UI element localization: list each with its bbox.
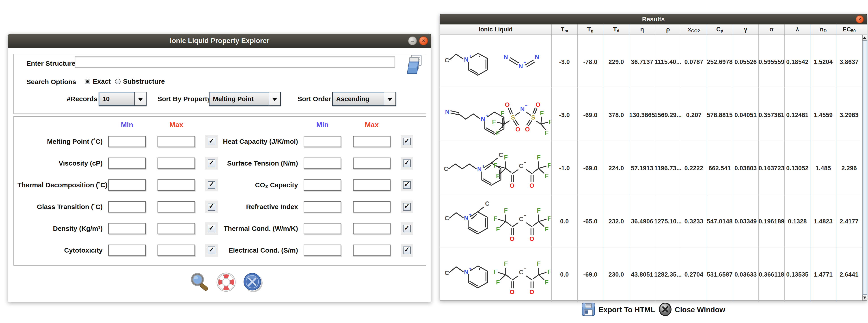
column-header[interactable]: Cp	[707, 25, 733, 34]
column-header[interactable]: ρ	[655, 25, 681, 34]
max-input[interactable]	[157, 244, 195, 256]
value-cell[interactable]: 0.595559	[759, 35, 785, 89]
value-cell[interactable]: 662.541	[707, 141, 733, 196]
value-cell[interactable]: 1196.73...	[655, 141, 681, 196]
value-cell[interactable]: 0.03633	[733, 247, 759, 302]
vertical-scrollbar[interactable]	[862, 34, 867, 300]
min-input[interactable]	[304, 136, 341, 147]
column-header[interactable]: EC50	[836, 25, 862, 34]
scrollbar-thumb[interactable]	[862, 40, 867, 295]
value-cell[interactable]: 0.0	[552, 194, 578, 249]
value-cell[interactable]: 36.4906	[629, 194, 655, 249]
value-cell[interactable]: 0.366118	[759, 247, 785, 302]
max-input[interactable]	[157, 136, 195, 147]
value-cell[interactable]: 0.357381	[759, 88, 785, 142]
min-input[interactable]	[108, 201, 146, 212]
max-input[interactable]	[157, 223, 195, 234]
column-header[interactable]: Td	[603, 25, 629, 34]
value-cell[interactable]: 43.8051	[629, 247, 655, 302]
value-cell[interactable]: -1.0	[552, 141, 578, 196]
structure-input[interactable]	[74, 56, 395, 68]
max-input[interactable]	[353, 201, 391, 212]
value-cell[interactable]: 224.0	[603, 141, 629, 196]
column-header[interactable]: xCO2	[681, 25, 707, 34]
search-icon[interactable]	[189, 272, 210, 293]
value-cell[interactable]: 0.196189	[759, 194, 785, 249]
value-cell[interactable]: 252.6978	[707, 35, 733, 89]
min-input[interactable]	[108, 136, 146, 147]
value-cell[interactable]: 0.05526	[733, 35, 759, 89]
scroll-up-icon[interactable]	[862, 34, 867, 40]
min-input[interactable]	[108, 244, 146, 256]
value-cell[interactable]: -3.0	[552, 35, 578, 89]
value-cell[interactable]: 1282.35...	[655, 247, 681, 302]
value-cell[interactable]: 0.2704	[681, 247, 707, 302]
value-cell[interactable]: 2.296	[836, 141, 862, 196]
structure-ethylmethylpyridinium-bis-trifluoroacetyl-methanide[interactable]	[440, 194, 552, 249]
value-cell[interactable]: 230.0	[603, 247, 629, 302]
value-cell[interactable]: 3.8637	[836, 35, 862, 89]
column-header[interactable]: γ	[733, 25, 759, 34]
value-cell[interactable]: 1569.29...	[655, 88, 681, 142]
value-cell[interactable]: -3.0	[552, 88, 578, 142]
value-cell[interactable]: -69.0	[578, 88, 603, 142]
value-cell[interactable]: -69.0	[578, 141, 603, 196]
value-cell[interactable]: 0.0787	[681, 35, 707, 89]
structure-ethylpyridinium-bis-trifluoroacetyl-methanide[interactable]	[440, 247, 552, 302]
value-cell[interactable]: 0.163723	[759, 141, 785, 196]
results-table-row[interactable]: 0.0-65.0232.036.49061275.10...0.3233547.…	[440, 194, 867, 247]
column-header[interactable]: σ	[759, 25, 785, 34]
value-cell[interactable]: 0.1328	[785, 194, 811, 249]
minimize-icon[interactable]: –	[408, 36, 417, 45]
value-cell[interactable]: 3.2983	[836, 88, 862, 142]
value-cell[interactable]: 130.3865	[629, 88, 655, 142]
min-input[interactable]	[108, 157, 146, 169]
value-cell[interactable]: 0.13052	[785, 141, 811, 196]
column-header-ionic-liquid[interactable]: Ionic Liquid	[440, 25, 552, 34]
min-input[interactable]	[304, 244, 341, 256]
property-checkbox[interactable]: ✓	[401, 135, 413, 148]
property-checkbox[interactable]: ✓	[401, 157, 413, 170]
property-checkbox[interactable]: ✓	[401, 201, 413, 213]
min-input[interactable]	[304, 179, 341, 190]
max-input[interactable]	[353, 179, 391, 190]
value-cell[interactable]: 378.0	[603, 88, 629, 142]
value-cell[interactable]: 0.04051	[733, 88, 759, 142]
sort-by-dropdown[interactable]: Melting Point	[209, 92, 281, 106]
min-input[interactable]	[304, 223, 341, 234]
records-dropdown[interactable]: 10	[99, 92, 147, 106]
chevron-down-icon[interactable]	[269, 92, 280, 106]
value-cell[interactable]: -65.0	[578, 194, 603, 249]
explorer-titlebar[interactable]: Ionic Liquid Property Explorer – ×	[8, 34, 431, 48]
structure-cyanopropylpyridinium-bistriflimide[interactable]	[440, 88, 552, 142]
column-header[interactable]: λ	[785, 25, 811, 34]
value-cell[interactable]: 57.1913	[629, 141, 655, 196]
close-icon[interactable]	[242, 271, 264, 293]
value-cell[interactable]: 547.0148	[707, 194, 733, 249]
value-cell[interactable]: 0.03803	[733, 141, 759, 196]
max-input[interactable]	[157, 201, 195, 212]
value-cell[interactable]: 2.4177	[836, 194, 862, 249]
value-cell[interactable]: 0.0	[552, 247, 578, 302]
value-cell[interactable]: 531.6587	[707, 247, 733, 302]
chevron-down-icon[interactable]	[134, 92, 146, 106]
help-lifesaver-icon[interactable]	[216, 272, 237, 293]
column-header[interactable]: Tg	[578, 25, 603, 34]
max-input[interactable]	[353, 136, 391, 147]
value-cell[interactable]: 578.8815	[707, 88, 733, 142]
radio-substructure[interactable]: Substructure	[115, 78, 165, 85]
min-input[interactable]	[304, 201, 341, 212]
property-checkbox[interactable]: ✓	[401, 222, 413, 235]
results-table-row[interactable]: -1.0-69.0224.057.19131196.73...0.2222662…	[440, 141, 867, 194]
max-input[interactable]	[157, 179, 195, 190]
value-cell[interactable]: 2.6441	[836, 247, 862, 302]
value-cell[interactable]: -69.0	[578, 247, 603, 302]
value-cell[interactable]: 1.4559	[810, 88, 836, 142]
sort-order-dropdown[interactable]: Ascending	[332, 92, 396, 106]
close-icon[interactable]: ×	[856, 15, 864, 23]
value-cell[interactable]: 1.4823	[810, 194, 836, 249]
min-input[interactable]	[108, 223, 146, 234]
value-cell[interactable]: -78.0	[578, 35, 603, 89]
close-icon[interactable]: ×	[419, 36, 428, 45]
value-cell[interactable]: 1.485	[810, 141, 836, 196]
